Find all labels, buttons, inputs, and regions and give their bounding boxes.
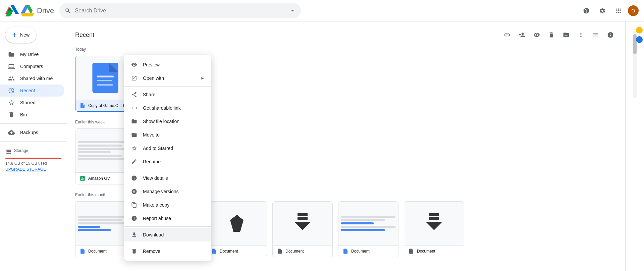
section-today-label: Today — [75, 47, 617, 52]
thumb-line — [78, 229, 111, 231]
move-cm-icon — [131, 131, 138, 138]
svg-rect-7 — [97, 84, 113, 86]
search-input[interactable] — [75, 8, 286, 14]
fn-6: Document — [417, 249, 460, 254]
cm-make-copy[interactable]: Make a copy — [124, 198, 211, 212]
notification-dot-yellow[interactable] — [636, 27, 643, 34]
file-card-month-3[interactable]: Document — [207, 201, 267, 257]
sidebar-item-shared-label: Shared with me — [20, 76, 53, 81]
doc-preview-icon — [92, 63, 119, 93]
view-switch-button[interactable] — [589, 28, 602, 42]
cm-rename[interactable]: Rename — [124, 155, 211, 168]
svg-rect-11 — [298, 213, 308, 216]
settings-button[interactable] — [596, 4, 609, 17]
sidebar-item-computers-label: Computers — [20, 64, 43, 69]
share-button[interactable] — [515, 28, 529, 42]
cm-manage-versions-label: Manage versions — [143, 189, 205, 194]
svg-marker-13 — [294, 222, 311, 230]
cm-download[interactable]: Download — [124, 228, 211, 241]
fp-4 — [273, 202, 332, 245]
thumb-line — [341, 216, 395, 218]
cm-show-location[interactable]: Show file location — [124, 115, 211, 128]
open-with-cm-icon — [131, 75, 138, 82]
logo[interactable]: Drive — [5, 5, 54, 16]
storage-icon — [5, 149, 11, 155]
remove-cm-icon — [131, 248, 138, 255]
trash-icon — [8, 111, 15, 118]
avatar[interactable]: O — [628, 5, 639, 16]
drive-logo-icon — [21, 5, 34, 16]
get-link-button[interactable] — [500, 28, 514, 42]
sidebar-item-recent[interactable]: Recent — [0, 85, 64, 97]
storage-bar-fill — [5, 158, 61, 159]
cm-manage-versions[interactable]: Manage versions — [124, 185, 211, 198]
preview-cm-icon — [131, 61, 138, 68]
backup-icon — [8, 129, 15, 136]
app-container: Drive — [0, 0, 644, 271]
doc-type-icon-m3 — [211, 248, 217, 254]
sidebar-item-my-drive[interactable]: My Drive — [0, 48, 64, 60]
info-button[interactable] — [604, 28, 617, 42]
fp-6 — [404, 202, 464, 245]
search-dropdown-icon[interactable] — [289, 7, 296, 14]
cm-preview[interactable]: Preview — [124, 58, 211, 71]
cm-report-abuse[interactable]: Report abuse — [124, 212, 211, 225]
delete-button[interactable] — [545, 28, 558, 42]
file-card-month-6[interactable]: Document — [404, 201, 464, 257]
cm-add-starred[interactable]: Add to Starred — [124, 142, 211, 155]
help-feedback-button[interactable] — [580, 4, 593, 17]
fn-4: Document — [285, 249, 328, 254]
sidebar-item-bin-label: Bin — [20, 112, 27, 117]
thumb-line — [78, 226, 100, 228]
move-to-button[interactable] — [559, 28, 573, 42]
doc-type-icon — [79, 103, 86, 109]
people-icon — [8, 75, 15, 82]
file-card-month-5[interactable]: Document — [338, 201, 398, 257]
top-bar-right: O — [580, 4, 639, 17]
cm-move-to[interactable]: Move to — [124, 128, 211, 142]
sidebar-item-bin[interactable]: Bin — [0, 109, 64, 121]
cm-get-link[interactable]: Get shareable link — [124, 101, 211, 115]
folder-cm-icon — [131, 118, 138, 125]
sidebar-item-starred[interactable]: Starred — [0, 97, 64, 109]
sidebar-item-backups[interactable]: Backups — [0, 126, 64, 139]
cm-divider-1 — [124, 86, 211, 87]
preview-button[interactable] — [530, 28, 543, 42]
info-cm-icon — [131, 175, 138, 181]
folder-icon — [8, 51, 15, 58]
doc-type-icon-m5 — [342, 248, 348, 254]
google-apps-button[interactable] — [612, 4, 625, 17]
computer-icon — [8, 63, 15, 70]
upgrade-link[interactable]: UPGRADE STORAGE — [5, 167, 62, 172]
cm-open-with[interactable]: Open with ► — [124, 71, 211, 85]
cm-make-copy-label: Make a copy — [143, 202, 205, 208]
cm-download-label: Download — [143, 232, 205, 237]
top-bar: Drive — [0, 0, 644, 21]
sidebar-item-backups-label: Backups — [20, 130, 38, 135]
search-icon — [65, 7, 71, 14]
symbol-preview-icon — [227, 213, 247, 233]
thumb-line — [341, 226, 395, 228]
notification-dot-blue[interactable] — [636, 36, 643, 43]
cm-divider-3 — [124, 226, 211, 227]
fi-3: Document — [207, 245, 267, 257]
new-button[interactable]: + New — [5, 27, 36, 43]
cm-view-details[interactable]: View details — [124, 171, 211, 185]
app-title: Drive — [37, 6, 54, 15]
sidebar-item-computers[interactable]: Computers — [0, 60, 64, 72]
cm-remove[interactable]: Remove — [124, 245, 211, 258]
cm-share[interactable]: Share — [124, 88, 211, 101]
more-options-button[interactable] — [574, 28, 588, 42]
fn-3: Document — [220, 249, 263, 254]
clock-icon — [8, 87, 15, 94]
sheets-type-icon — [79, 175, 86, 181]
cm-rename-label: Rename — [143, 159, 205, 164]
sidebar-item-shared[interactable]: Shared with me — [0, 72, 64, 85]
arrow-symbol-icon-2 — [424, 212, 444, 235]
new-label: New — [20, 32, 30, 38]
sidebar-divider-2 — [0, 141, 67, 142]
main-area: + New My Drive Computers — [0, 21, 644, 271]
cm-move-to-label: Move to — [143, 132, 205, 138]
file-card-month-4[interactable]: Document — [272, 201, 333, 257]
fn-5: Document — [351, 249, 394, 254]
